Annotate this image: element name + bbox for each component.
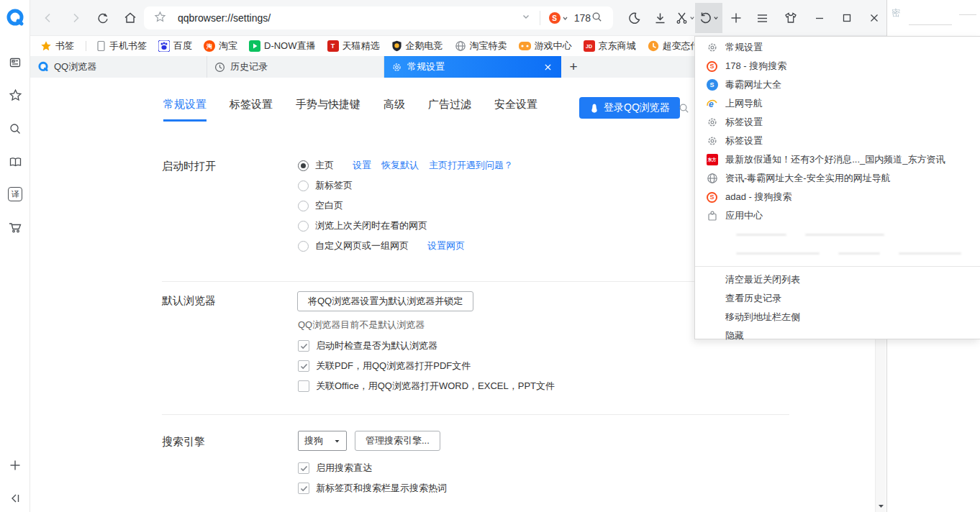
- bookmark-item-bookmarks[interactable]: 书签: [40, 40, 74, 52]
- menu-item-tab-settings-2[interactable]: 标签设置: [695, 132, 980, 150]
- checkbox-checked[interactable]: [298, 483, 309, 494]
- tab-history[interactable]: 历史记录: [207, 56, 384, 78]
- menu-item-move-left-of-addressbar[interactable]: 移动到地址栏左侧: [695, 308, 980, 326]
- favorites-star-icon[interactable]: [0, 84, 30, 106]
- translate-icon[interactable]: 译: [0, 183, 30, 205]
- penguin-icon: [589, 103, 599, 114]
- bookmark-item-baidu[interactable]: 百度: [158, 40, 192, 52]
- settings-search-icon[interactable]: [678, 102, 690, 117]
- set-default-browser-button[interactable]: 将QQ浏览器设置为默认浏览器并锁定: [297, 291, 473, 311]
- bookmark-item-jd[interactable]: JD 京东商城: [584, 40, 636, 52]
- ie-icon: e: [706, 98, 718, 110]
- recently-closed-button[interactable]: [695, 3, 722, 33]
- checkbox-checked[interactable]: [298, 462, 309, 474]
- menu-item-app-center[interactable]: 应用中心: [695, 206, 980, 225]
- tab-close-icon[interactable]: [541, 60, 554, 73]
- menu-item-hide[interactable]: 隐藏: [695, 326, 980, 345]
- menu-item-tab-settings-1[interactable]: 标签设置: [695, 113, 980, 132]
- main-menu-icon[interactable]: [753, 9, 771, 27]
- bookmark-star-icon[interactable]: [154, 11, 166, 26]
- settings-tab-security[interactable]: 安全设置: [494, 98, 537, 122]
- new-tab-plus-icon[interactable]: [727, 9, 745, 27]
- startup-option-newtab[interactable]: 新标签页: [298, 179, 353, 192]
- skin-theme-icon[interactable]: [781, 9, 800, 27]
- homepage-restore-link[interactable]: 恢复默认: [381, 159, 419, 172]
- address-url[interactable]: qqbrowser://settings/: [178, 12, 271, 24]
- forward-button[interactable]: [66, 9, 85, 27]
- maximize-button[interactable]: [838, 9, 856, 27]
- bookmark-item-taobao-temai[interactable]: 淘宝特卖: [455, 40, 507, 52]
- checkbox-associate-office[interactable]: 关联Office，用QQ浏览器打开WORD，EXCEL，PPT文件: [298, 380, 555, 393]
- tab-qq-browser[interactable]: QQ浏览器: [30, 56, 207, 78]
- search-engine-section-label: 搜索引擎: [162, 435, 205, 449]
- menu-item-adad-sogou[interactable]: S adad - 搜狗搜索: [695, 188, 980, 206]
- reading-book-icon[interactable]: [0, 151, 30, 173]
- bookmark-item-mobile[interactable]: 手机书签: [96, 40, 147, 52]
- search-icon[interactable]: [0, 118, 30, 140]
- dark-mode-moon-icon[interactable]: [625, 9, 643, 27]
- menu-item-178-sogou[interactable]: S 178 - 搜狗搜索: [695, 57, 980, 76]
- settings-tab-advanced[interactable]: 高级: [384, 98, 405, 122]
- gear-icon: [706, 42, 718, 54]
- checkbox-check-default-on-startup[interactable]: 启动时检查是否为默认浏览器: [298, 339, 437, 352]
- startup-option-blank[interactable]: 空白页: [298, 199, 343, 212]
- history-clock-icon: [214, 62, 225, 73]
- reload-button[interactable]: [94, 9, 112, 27]
- screenshot-scissors-icon[interactable]: [673, 9, 697, 27]
- bookmark-item-penguin-esports[interactable]: 企鹅电竞: [391, 40, 443, 52]
- menu-item-dongfang-news[interactable]: 东方 最新放假通知！还有3个好消息..._国内频道_东方资讯: [695, 150, 980, 169]
- checkbox-associate-pdf[interactable]: 关联PDF，用QQ浏览器打开PDF文件: [298, 360, 471, 372]
- new-tab-button[interactable]: +: [561, 56, 586, 78]
- section-divider: [162, 414, 789, 415]
- settings-tab-general[interactable]: 常规设置: [163, 98, 207, 122]
- back-button[interactable]: [39, 9, 58, 27]
- radio[interactable]: [298, 201, 309, 211]
- radio[interactable]: [298, 221, 309, 232]
- sidebar-collapse-icon[interactable]: [0, 488, 30, 509]
- startup-option-custom[interactable]: 自定义网页或一组网页 设置网页: [298, 239, 465, 252]
- settings-tab-adblock[interactable]: 广告过滤: [428, 98, 471, 122]
- menu-item-navigation[interactable]: e 上网导航: [695, 94, 980, 113]
- bookmark-item-tmall[interactable]: T 天猫精选: [327, 40, 380, 52]
- bookmark-item-dnow[interactable]: D-NOW直播: [249, 40, 316, 52]
- close-button[interactable]: [865, 9, 884, 27]
- menu-item-clear-recent[interactable]: 清空最近关闭列表: [695, 270, 980, 289]
- toolbar-search-value[interactable]: 178: [574, 12, 591, 24]
- checkbox-unchecked[interactable]: [298, 380, 309, 392]
- tab-general-settings[interactable]: 常规设置: [384, 56, 561, 78]
- search-engine-badge[interactable]: S 178: [549, 12, 591, 24]
- minimize-button[interactable]: [810, 9, 829, 27]
- startup-option-home[interactable]: 主页 设置 恢复默认 主页打开遇到问题？: [298, 159, 513, 172]
- jd-icon: JD: [584, 40, 595, 52]
- checkbox-checked[interactable]: [298, 340, 309, 352]
- checkbox-search-direct[interactable]: 启用搜索直达: [298, 462, 372, 475]
- bookmark-item-game-center[interactable]: 游戏中心: [519, 40, 572, 52]
- menu-item-duba-news[interactable]: 资讯-毒霸网址大全-安全实用的网址导航: [695, 169, 980, 188]
- menu-item-general-settings[interactable]: 常规设置: [695, 38, 980, 57]
- home-button[interactable]: [121, 9, 140, 27]
- login-qq-browser-button[interactable]: 登录QQ浏览器: [579, 97, 680, 119]
- bookmark-item-taobao[interactable]: 淘 淘宝: [204, 40, 237, 52]
- radio-selected[interactable]: [298, 160, 309, 171]
- homepage-set-link[interactable]: 设置: [353, 159, 371, 172]
- radio[interactable]: [298, 241, 309, 252]
- search-engine-select[interactable]: 搜狗: [298, 431, 347, 451]
- feed-card-icon[interactable]: [0, 52, 30, 73]
- toolbar-search-icon[interactable]: [591, 11, 603, 26]
- address-dropdown-icon[interactable]: [521, 12, 531, 24]
- sidebar-add-icon[interactable]: [0, 454, 30, 476]
- checkbox-checked[interactable]: [298, 360, 309, 372]
- download-icon[interactable]: [650, 9, 669, 27]
- homepage-trouble-link[interactable]: 主页打开遇到问题？: [429, 159, 513, 172]
- checkbox-hot-words[interactable]: 新标签页和搜索栏显示搜索热词: [298, 482, 447, 495]
- settings-tab-tabs[interactable]: 标签设置: [230, 98, 273, 122]
- menu-item-view-history[interactable]: 查看历史记录: [695, 289, 980, 308]
- set-pages-link[interactable]: 设置网页: [427, 239, 465, 252]
- shopping-cart-icon[interactable]: [0, 216, 30, 238]
- menu-item-duba[interactable]: S 毒霸网址大全: [695, 76, 980, 94]
- settings-tab-gestures[interactable]: 手势与快捷键: [296, 98, 360, 122]
- radio[interactable]: [298, 180, 309, 191]
- orange-star-icon: [40, 40, 52, 52]
- manage-search-engines-button[interactable]: 管理搜索引擎...: [355, 431, 440, 451]
- startup-option-restore-last[interactable]: 浏览上次关闭时在看的网页: [298, 219, 427, 232]
